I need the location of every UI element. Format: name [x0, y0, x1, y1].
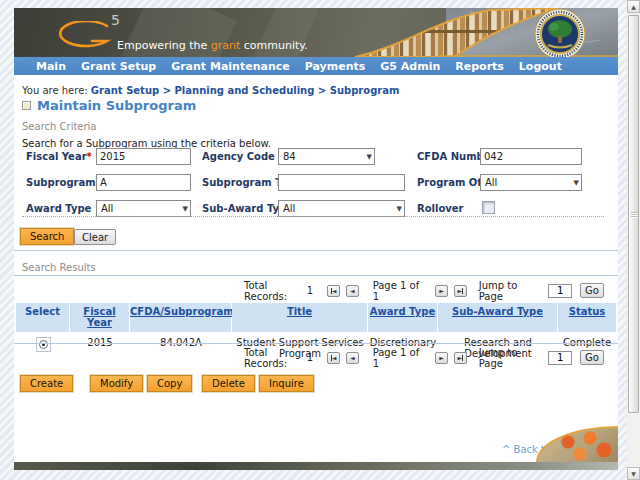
fiscal-year-label: Fiscal Year* — [26, 151, 92, 162]
nav-item-grant-maintenance[interactable]: Grant Maintenance — [171, 60, 290, 73]
jump-to-page-label: Jump to Page — [479, 347, 538, 369]
header-award-type[interactable]: Award Type — [368, 303, 438, 332]
total-records-value: 1 — [307, 285, 313, 296]
page-title: Maintain Subprogram — [22, 98, 196, 113]
total-records-label: Total Records: — [244, 347, 307, 369]
prev-page-button[interactable]: ◄ — [346, 285, 359, 297]
prev-page-button[interactable]: ◄ — [346, 352, 359, 364]
nav-item-g5-admin[interactable]: G5 Admin — [380, 60, 440, 73]
required-asterisk: * — [87, 151, 92, 162]
subprogram-title-input[interactable] — [278, 174, 405, 191]
maintain-subprogram-icon — [22, 101, 31, 110]
header-cfda-subprogram[interactable]: CFDA/Subprogram — [130, 303, 232, 332]
divider — [14, 250, 618, 251]
header-status[interactable]: Status — [558, 303, 616, 332]
delete-button[interactable]: Delete — [202, 375, 255, 392]
classroom-corner-image — [536, 426, 618, 462]
next-page-button[interactable]: ► — [435, 285, 448, 297]
main-navigation: Main Grant Setup Grant Maintenance Payme… — [14, 57, 618, 75]
page-indicator: Page 1 of 1 — [373, 280, 423, 302]
page-indicator: Page 1 of 1 — [373, 347, 423, 369]
search-criteria-label: Search Criteria — [22, 121, 97, 132]
next-page-button[interactable]: ► — [435, 352, 448, 364]
award-type-select[interactable]: All▼ — [96, 200, 191, 217]
section-divider — [22, 216, 604, 217]
nav-item-main[interactable]: Main — [36, 60, 66, 73]
nav-item-payments[interactable]: Payments — [305, 60, 366, 73]
scrollbar-grip — [631, 212, 638, 218]
last-page-button[interactable]: ► — [454, 352, 467, 364]
divider — [14, 343, 618, 344]
footer-strip — [14, 462, 618, 470]
page-frame: 5 Empowering the grant community. — [14, 8, 618, 470]
award-type-label: Award Type — [26, 203, 91, 214]
search-results-label: Search Results — [22, 262, 96, 273]
scrollbar-thumb[interactable] — [628, 15, 639, 413]
banner: 5 Empowering the grant community. — [14, 8, 618, 57]
rollover-label: Rollover — [417, 203, 464, 214]
go-button[interactable]: Go — [580, 283, 604, 298]
chevron-down-icon: ▼ — [183, 205, 188, 213]
scroll-up-icon[interactable]: ▲ — [627, 0, 640, 13]
chevron-down-icon: ▼ — [397, 205, 402, 213]
nav-item-reports[interactable]: Reports — [455, 60, 504, 73]
cell-cfda-subprogram: 84.042A — [130, 332, 232, 363]
clear-button[interactable]: Clear — [74, 229, 116, 245]
create-button[interactable]: Create — [20, 375, 73, 392]
pagination-top: Total Records: 1 ◄ ◄ Page 1 of 1 ► ► Jum… — [244, 283, 604, 298]
cell-fiscal-year: 2015 — [70, 332, 130, 363]
pagination-bottom: Total Records: 1 ◄ ◄ Page 1 of 1 ► ► Jum… — [244, 350, 604, 365]
header-sub-award-type[interactable]: Sub-Award Type — [438, 303, 558, 332]
go-button[interactable]: Go — [580, 350, 604, 365]
cfda-number-input[interactable] — [480, 148, 582, 165]
program-office-select[interactable]: All▼ — [480, 174, 582, 191]
total-records-label: Total Records: — [244, 280, 307, 302]
g5-logo-icon — [54, 21, 112, 51]
first-page-button[interactable]: ◄ — [327, 352, 340, 364]
banner-right-artwork — [350, 8, 618, 57]
modify-button[interactable]: Modify — [90, 375, 143, 392]
g5-logo-five: 5 — [111, 12, 120, 28]
header-fiscal-year[interactable]: Fiscal Year — [70, 303, 130, 332]
jump-to-page-input[interactable] — [548, 284, 572, 298]
sub-award-type-select[interactable]: All▼ — [278, 200, 405, 217]
row-select-radio[interactable] — [36, 337, 51, 352]
jump-to-page-label: Jump to Page — [479, 280, 538, 302]
search-button[interactable]: Search — [20, 228, 74, 245]
first-page-button[interactable]: ◄ — [327, 285, 340, 297]
breadcrumb: You are here: Grant Setup > Planning and… — [22, 85, 399, 96]
header-title[interactable]: Title — [232, 303, 368, 332]
agency-code-label: Agency Code — [202, 151, 275, 162]
divider — [14, 275, 618, 276]
scroll-down-icon[interactable]: ▼ — [627, 467, 640, 480]
last-page-button[interactable]: ► — [454, 285, 467, 297]
banner-tagline: Empowering the grant community. — [117, 39, 308, 52]
table-header-row: Select Fiscal Year CFDA/Subprogram Title… — [16, 303, 616, 332]
rollover-checkbox[interactable] — [482, 201, 495, 214]
nav-item-logout[interactable]: Logout — [519, 60, 562, 73]
header-select: Select — [16, 303, 70, 332]
subprogram-id-input[interactable] — [96, 174, 191, 191]
total-records-value: 1 — [307, 352, 313, 363]
chevron-down-icon: ▼ — [574, 179, 579, 187]
dept-of-education-seal — [535, 9, 585, 57]
breadcrumb-path[interactable]: Grant Setup > Planning and Scheduling > … — [91, 85, 400, 96]
fiscal-year-input[interactable] — [96, 148, 191, 165]
vertical-scrollbar[interactable]: ▲ ▼ — [627, 0, 640, 480]
nav-item-grant-setup[interactable]: Grant Setup — [81, 60, 156, 73]
agency-code-select[interactable]: 84▼ — [278, 148, 375, 165]
copy-button[interactable]: Copy — [147, 375, 192, 392]
jump-to-page-input[interactable] — [548, 351, 572, 365]
inquire-button[interactable]: Inquire — [259, 375, 314, 392]
radio-icon — [39, 340, 48, 349]
chevron-down-icon: ▼ — [367, 153, 372, 161]
